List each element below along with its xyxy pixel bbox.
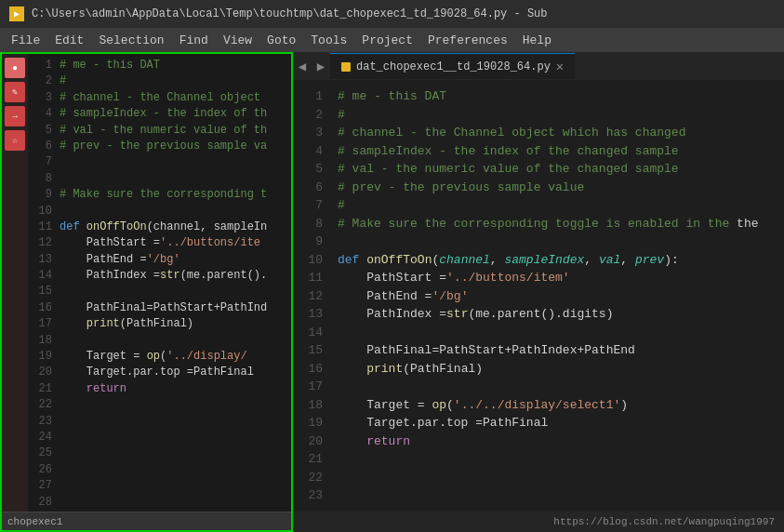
left-line-numbers: 1234567891011121314151617181920212223242…: [28, 54, 56, 512]
main-content: ● ✎ → ☆ 12345678910111213141516171819202…: [0, 52, 784, 532]
menu-edit[interactable]: Edit: [47, 28, 91, 52]
right-code-content[interactable]: # me - this DAT## channel - the Channel …: [330, 80, 784, 512]
right-panel: 1234567891011121314151617181920212223 # …: [293, 80, 784, 532]
right-panel-wrapper: ◀ ▶ dat_chopexec1__td_19028_64.py ✕ 1234…: [293, 52, 784, 532]
menu-file[interactable]: File: [4, 28, 47, 52]
tab-label: dat_chopexec1__td_19028_64.py: [356, 60, 551, 73]
left-inner: ● ✎ → ☆ 12345678910111213141516171819202…: [2, 54, 291, 512]
sidebar-icon-1[interactable]: ✎: [5, 82, 25, 102]
nav-right[interactable]: ▶: [312, 57, 330, 75]
menu-preferences[interactable]: Preferences: [420, 28, 515, 52]
sidebar: ● ✎ → ☆: [2, 54, 28, 512]
app-icon: ▶: [9, 7, 24, 21]
sidebar-icon-0[interactable]: ●: [5, 58, 25, 78]
left-panel-label: chopexec1: [2, 512, 291, 530]
left-code-content: 1234567891011121314151617181920212223242…: [28, 54, 291, 512]
nav-left[interactable]: ◀: [293, 57, 312, 75]
status-bar: https://blog.csdn.net/wangpuqing1997: [293, 512, 784, 532]
tab-icon: [341, 62, 351, 72]
right-line-numbers: 1234567891011121314151617181920212223: [293, 80, 330, 512]
title-bar: ▶ C:\Users\admin\AppData\Local\Temp\touc…: [0, 0, 784, 28]
sidebar-icon-3[interactable]: ☆: [5, 130, 25, 151]
left-panel: ● ✎ → ☆ 12345678910111213141516171819202…: [0, 52, 293, 532]
menu-project[interactable]: Project: [354, 28, 420, 52]
menu-tools[interactable]: Tools: [303, 28, 354, 52]
menu-goto[interactable]: Goto: [259, 28, 303, 52]
sidebar-icon-2[interactable]: →: [5, 106, 25, 126]
menu-bar: File Edit Selection Find View Goto Tools…: [0, 28, 784, 52]
tab-close[interactable]: ✕: [556, 59, 564, 74]
menu-help[interactable]: Help: [515, 28, 559, 52]
tab-row: ◀ ▶ dat_chopexec1__td_19028_64.py ✕: [293, 52, 784, 80]
status-url: https://blog.csdn.net/wangpuqing1997: [553, 516, 775, 527]
tab-0[interactable]: dat_chopexec1__td_19028_64.py ✕: [330, 53, 575, 79]
left-code-area: # me - this DAT## channel - the Channel …: [56, 54, 291, 512]
menu-view[interactable]: View: [216, 28, 259, 52]
menu-selection[interactable]: Selection: [91, 28, 171, 52]
title-text: C:\Users\admin\AppData\Local\Temp\toucht…: [32, 7, 548, 20]
menu-find[interactable]: Find: [172, 28, 216, 52]
code-editor: 1234567891011121314151617181920212223 # …: [293, 80, 784, 512]
